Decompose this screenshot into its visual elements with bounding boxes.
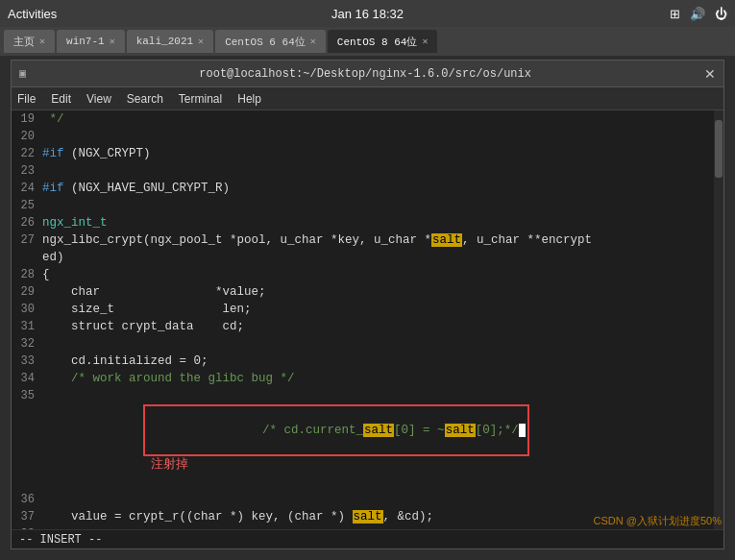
terminal-title-left: ▣ (19, 66, 26, 81)
code-area[interactable]: 19 */ 20 22 #if (NGX_CRYPT) 23 (12, 110, 723, 529)
tab-home-label: 主页 (13, 35, 35, 49)
tab-kali[interactable]: kali_2021 ✕ (127, 30, 213, 53)
code-content: 19 */ 20 22 #if (NGX_CRYPT) 23 (12, 110, 723, 529)
tab-centos6[interactable]: CentOS 6 64位 ✕ (215, 30, 326, 53)
line-33: 33 cd.initialized = 0; (12, 353, 723, 370)
tab-win7[interactable]: win7-1 ✕ (57, 30, 125, 53)
menu-edit[interactable]: Edit (51, 92, 71, 106)
line-24: 24 #if (NGX_HAVE_GNU_CRYPT_R) (12, 180, 723, 197)
line-30: 30 size_t len; (12, 301, 723, 318)
tab-centos6-close[interactable]: ✕ (310, 36, 316, 47)
line-27a: 27 ngx_libc_crypt(ngx_pool_t *pool, u_ch… (12, 231, 723, 249)
tab-home[interactable]: 主页 ✕ (4, 30, 55, 53)
tab-kali-label: kali_2021 (136, 36, 193, 47)
line-27b: ed) (12, 249, 723, 266)
line-35: 35 /* cd.current_salt[0] = ~salt[0];*/ 注… (12, 387, 723, 491)
terminal-window-icon: ▣ (19, 66, 26, 81)
power-icon: ⏻ (715, 7, 727, 21)
top-bar-left: Activities (8, 7, 57, 21)
activities-button[interactable]: Activities (8, 7, 57, 21)
menu-terminal[interactable]: Terminal (179, 92, 222, 106)
top-bar: Activities Jan 16 18:32 ⊞ 🔊 ⏻ (0, 0, 735, 27)
line-29: 29 char *value; (12, 283, 723, 301)
terminal-title: root@localhost:~/Desktop/nginx-1.6.0/src… (199, 67, 531, 81)
menu-help[interactable]: Help (237, 92, 261, 106)
line-20: 20 (12, 128, 723, 145)
status-bar: -- INSERT -- (12, 529, 723, 548)
menu-file[interactable]: File (17, 92, 36, 106)
network-icon: ⊞ (670, 7, 680, 21)
menu-view[interactable]: View (86, 92, 111, 106)
terminal-title-bar: ▣ root@localhost:~/Desktop/nginx-1.6.0/s… (12, 61, 723, 87)
main-area: ▣ root@localhost:~/Desktop/nginx-1.6.0/s… (0, 56, 735, 549)
top-bar-datetime: Jan 16 18:32 (331, 7, 404, 21)
tab-centos8-label: CentOS 8 64位 (337, 35, 418, 49)
line-26: 26 ngx_int_t (12, 214, 723, 231)
terminal-menu: File Edit View Search Terminal Help (12, 87, 723, 110)
line-25: 25 (12, 197, 723, 214)
line-36: 36 (12, 491, 723, 508)
line-34: 34 /* work around the glibc bug */ (12, 370, 723, 387)
tab-centos6-label: CentOS 6 64位 (225, 35, 306, 49)
menu-search[interactable]: Search (127, 92, 163, 106)
line-22: 22 #if (NGX_CRYPT) (12, 145, 723, 162)
scrollbar[interactable] (714, 110, 723, 529)
line-23: 23 (12, 162, 723, 180)
tab-kali-close[interactable]: ✕ (198, 36, 204, 47)
scrollbar-thumb[interactable] (715, 120, 723, 178)
terminal-window: ▣ root@localhost:~/Desktop/nginx-1.6.0/s… (11, 60, 724, 549)
taskbar: 主页 ✕ win7-1 ✕ kali_2021 ✕ CentOS 6 64位 ✕… (0, 27, 735, 56)
watermark: CSDN @入狱计划进度50% (594, 514, 722, 528)
line-32: 32 (12, 335, 723, 353)
line-31: 31 struct crypt_data cd; (12, 318, 723, 335)
tab-centos8[interactable]: CentOS 8 64位 ✕ (328, 30, 438, 53)
line-19: 19 */ (12, 110, 723, 128)
tab-win7-close[interactable]: ✕ (110, 36, 115, 47)
terminal-wrapper: ▣ root@localhost:~/Desktop/nginx-1.6.0/s… (0, 56, 735, 549)
tab-win7-label: win7-1 (66, 36, 105, 47)
tab-home-close[interactable]: ✕ (39, 36, 45, 47)
terminal-close-button[interactable]: ✕ (704, 66, 716, 82)
top-bar-right: ⊞ 🔊 ⏻ (670, 7, 727, 21)
insert-mode-label: -- INSERT -- (19, 533, 102, 547)
tab-centos8-close[interactable]: ✕ (422, 36, 428, 47)
annotation-text: 注射掉 (151, 458, 188, 472)
line-28: 28 { (12, 266, 723, 283)
volume-icon: 🔊 (690, 7, 705, 21)
